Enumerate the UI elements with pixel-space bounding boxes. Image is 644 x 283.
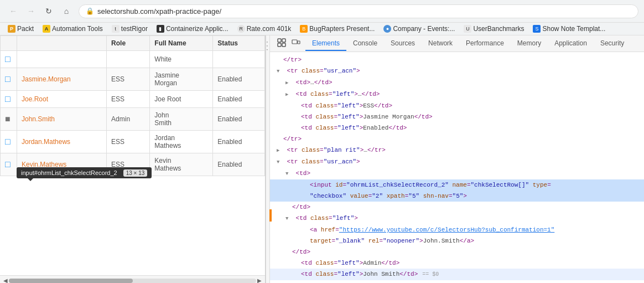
inspect-element-button[interactable] (276, 37, 288, 50)
container-icon: ▮ (157, 25, 164, 33)
device-toggle-button[interactable] (290, 37, 302, 50)
status-cell: Enabled (213, 131, 265, 153)
tree-line[interactable]: <tr class="usr_acn"> (270, 156, 644, 168)
tree-line[interactable]: target="_blank" rel="noopener">John.Smit… (270, 235, 644, 246)
user-link[interactable]: John.Smith (22, 115, 55, 123)
reload-button[interactable]: ↻ (41, 3, 56, 19)
collapse-arrow[interactable] (277, 157, 283, 167)
col-username (17, 36, 107, 51)
bookmark-bugrapters[interactable]: B BugRapters Present... (297, 24, 378, 34)
tooltip-selector-text: input#ohrmList_chkSelectRecord_2 (21, 169, 117, 176)
collapse-arrow[interactable] (285, 214, 292, 224)
collapse-arrow[interactable] (277, 146, 283, 156)
devtools-tool-buttons (272, 37, 305, 50)
scroll-thumb[interactable] (9, 279, 133, 283)
tree-line[interactable]: </td> (270, 202, 644, 213)
packt-icon: P (8, 25, 15, 33)
tab-security[interactable]: Security (594, 37, 631, 51)
bookmark-company[interactable]: ● Company - Events:... (380, 24, 458, 34)
bookmark-userbenchmarks[interactable]: U UserBanchmarks (460, 24, 527, 34)
company-icon: ● (383, 25, 391, 33)
role-cell (107, 51, 150, 68)
scroll-track[interactable] (9, 279, 256, 283)
tab-elements[interactable]: Elements (305, 37, 346, 51)
tree-line[interactable]: </td> (270, 246, 644, 258)
devtools-collapse-panel[interactable]: ··· (266, 35, 270, 283)
checkbox-icon[interactable]: □ (5, 54, 11, 64)
tree-line[interactable]: <td class="left"> (270, 213, 644, 224)
back-button[interactable]: ← (6, 3, 21, 19)
tree-line[interactable]: <td class="left">Admin</td> (270, 258, 644, 269)
collapse-arrow[interactable] (285, 78, 292, 88)
role-cell: Admin (107, 108, 150, 131)
lock-icon: 🔒 (86, 7, 94, 15)
user-link[interactable]: Jasmine.Morgan (22, 75, 71, 83)
collapse-arrow[interactable] (285, 90, 292, 100)
collapse-arrow[interactable] (285, 169, 292, 179)
col-status: Status (213, 36, 265, 51)
testrig-icon: t (112, 25, 120, 33)
fullname-cell: Joe Root (150, 91, 213, 108)
tab-network[interactable]: Network (422, 37, 459, 51)
checkbox-icon-admin[interactable]: ■ (5, 114, 11, 124)
rate-icon: R (237, 25, 245, 33)
address-bar[interactable]: 🔒 selectorshub.com/xpath-practice-page/ (79, 4, 638, 18)
bookmark-label: Company - Events:... (393, 25, 455, 33)
bookmark-rate[interactable]: R Rate.com 401k (234, 24, 295, 34)
user-link[interactable]: Joe.Root (22, 95, 48, 103)
tab-application[interactable]: Application (548, 37, 594, 51)
tree-line[interactable]: <a href="https://www.youtube.com/c/Selec… (270, 224, 644, 235)
devtools-panel: Elements Console Sources Network Perform… (270, 35, 644, 283)
checkbox-icon[interactable]: □ (5, 159, 11, 169)
horizontal-scrollbar[interactable]: ◀ ▶ (0, 275, 265, 283)
bookmark-testRigor[interactable]: t testRigor (108, 24, 151, 34)
role-cell: ESS (107, 91, 150, 108)
tree-line[interactable]: <td class="left">ESS</td> (270, 100, 644, 111)
bookmark-shownote[interactable]: S Show Note Templat... (529, 24, 609, 34)
username-cell: Jasmine.Morgan (17, 68, 107, 91)
tree-line[interactable]: <td class="left">Jasmine Morgan</td> (270, 111, 644, 122)
checkbox-icon[interactable]: □ (5, 137, 11, 146)
tooltip-size-badge: 13 × 13 (123, 169, 148, 177)
bookmark-packt[interactable]: P Packt (4, 24, 37, 34)
username-cell: Joe.Root (17, 91, 107, 108)
checkbox-icon[interactable]: □ (5, 74, 11, 84)
show-icon: S (533, 25, 541, 33)
user-link[interactable]: Jordan.Mathews (22, 138, 70, 146)
bookmark-label: Rate.com 401k (247, 25, 292, 33)
tab-performance[interactable]: Performance (459, 37, 511, 51)
tree-line[interactable]: <td> (270, 168, 644, 179)
status-cell (213, 51, 265, 68)
fullname-cell: White (150, 51, 213, 68)
tree-line[interactable]: <td class="left">…</td> (270, 89, 644, 100)
tab-console[interactable]: Console (346, 37, 384, 51)
bookmark-containerize[interactable]: ▮ Containerize Applic... (153, 24, 232, 34)
home-button[interactable]: ⌂ (59, 3, 74, 19)
tree-line[interactable]: <td class="left">Enabled</td> (270, 122, 644, 133)
username-cell (17, 51, 107, 68)
tree-line[interactable]: </tr> (270, 133, 644, 145)
forward-button[interactable]: → (23, 3, 39, 19)
bookmark-label: Show Note Templat... (542, 25, 605, 33)
table-header-row: Role Full Name Status (1, 36, 265, 51)
tree-line-john-smith[interactable]: <td class="left">John Smith</td>== $0 (270, 269, 644, 280)
tree-line[interactable]: <td>…</td> (270, 77, 644, 89)
tab-memory[interactable]: Memory (511, 37, 548, 51)
devtools-html-content: </tr> <tr class="usr_acn"> <td>…</td> <t… (270, 52, 644, 283)
scroll-right-arrow[interactable]: ▶ (256, 277, 263, 283)
table-row: □ Joe.Root ESS Joe Root Enabled (1, 91, 265, 108)
scroll-left-arrow[interactable]: ◀ (2, 277, 9, 283)
bookmark-label: Packt (17, 25, 34, 33)
tab-sources[interactable]: Sources (384, 37, 422, 51)
checkbox-icon[interactable]: □ (5, 94, 11, 104)
tree-line-selected-cont[interactable]: "checkbox" value="2" xpath="5" shn-nav="… (270, 191, 644, 202)
tree-line[interactable]: </tr> (270, 54, 644, 65)
tree-line[interactable]: <td class="left">Enabled</td> (270, 280, 644, 283)
tree-line-selected[interactable]: <input id="ohrmList_chkSelectRecord_2" n… (270, 179, 644, 191)
collapse-arrow[interactable] (277, 66, 283, 76)
tree-line[interactable]: <tr class="plan rit">…</tr> (270, 145, 644, 156)
svg-rect-4 (292, 40, 297, 44)
html-tree[interactable]: </tr> <tr class="usr_acn"> <td>…</td> <t… (270, 52, 644, 283)
bookmark-automation-tools[interactable]: A Automation Tools (39, 24, 106, 34)
tree-line[interactable]: <tr class="usr_acn"> (270, 65, 644, 77)
